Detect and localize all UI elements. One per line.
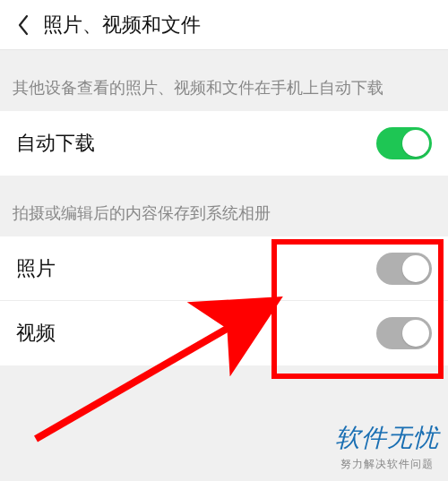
row-photo[interactable]: 照片 [0, 236, 448, 301]
header: 照片、视频和文件 [0, 0, 448, 50]
row-auto-download[interactable]: 自动下载 [0, 111, 448, 176]
row-video[interactable]: 视频 [0, 301, 448, 365]
watermark: 软件无忧 努力解决软件问题 [335, 421, 439, 472]
toggle-auto-download[interactable] [376, 127, 432, 159]
row-label-auto-download: 自动下载 [16, 130, 95, 157]
section-auto-download: 自动下载 [0, 111, 448, 176]
toggle-thumb [402, 255, 429, 282]
toggle-thumb [402, 320, 429, 347]
watermark-sub: 努力解决软件问题 [335, 457, 439, 472]
back-icon[interactable] [11, 13, 36, 38]
section-save-gallery: 照片 视频 [0, 236, 448, 365]
page-title: 照片、视频和文件 [43, 12, 201, 39]
section-header-save-gallery: 拍摄或编辑后的内容保存到系统相册 [0, 176, 448, 236]
toggle-thumb [402, 130, 429, 157]
toggle-photo[interactable] [376, 253, 432, 285]
watermark-main: 软件无忧 [335, 421, 439, 455]
row-label-video: 视频 [16, 320, 56, 347]
toggle-video[interactable] [376, 317, 432, 349]
row-label-photo: 照片 [16, 255, 56, 282]
section-header-auto-download: 其他设备查看的照片、视频和文件在手机上自动下载 [0, 50, 448, 111]
